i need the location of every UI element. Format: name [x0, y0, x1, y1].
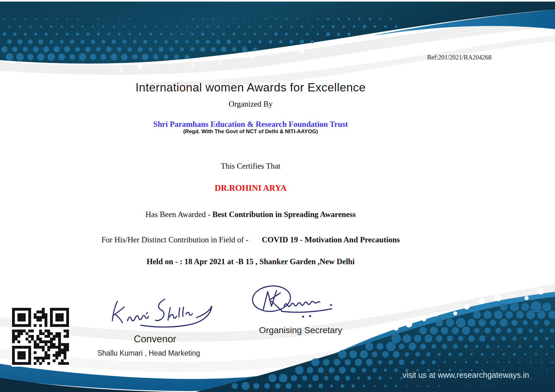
- certificate-page: Ref:201/2021/RA204268 International wome…: [0, 0, 555, 392]
- convenor-detail-block: Shallu Kumari , Head Marketing: [89, 349, 209, 358]
- recipient-name: DR.ROHINI ARYA: [0, 183, 501, 193]
- field-prefix: For His/Her Distinct Contribution in Fie…: [101, 235, 250, 244]
- event-details-line: Held on - : 18 Apr 2021 at -B 15 , Shank…: [0, 257, 501, 266]
- signature-secretary: [250, 284, 354, 320]
- award-line: Has Been Awarded - Best Contribution in …: [0, 210, 501, 219]
- secretary-block: Organising Secretary: [240, 325, 361, 335]
- certificate-title: International women Awards for Excellenc…: [0, 81, 501, 94]
- convenor-block: Convenor: [95, 334, 215, 345]
- event-details: Held on - : 18 Apr 2021 at -B 15 , Shank…: [147, 257, 354, 266]
- field-line: For His/Her Distinct Contribution in Fie…: [0, 235, 501, 244]
- ref-number: Ref:201/2021/RA204268: [427, 54, 491, 61]
- award-title: Best Contribution in Spreading Awareness: [212, 210, 356, 219]
- organization-registration: (Regd. With The Govt of NCT of Delhi & N…: [0, 128, 501, 134]
- qr-code: [11, 307, 70, 367]
- certifies-label: This Certifies That: [0, 162, 501, 171]
- qr-code-image: [12, 308, 69, 365]
- convenor-role: Convenor: [95, 334, 215, 345]
- organized-by-label: Organized By: [0, 100, 501, 109]
- convenor-detail: Shallu Kumari , Head Marketing: [89, 349, 209, 358]
- award-prefix: Has Been Awarded -: [146, 210, 213, 219]
- field-value: COVID 19 - Motivation And Precautions: [262, 235, 400, 244]
- signature-convenor: [103, 294, 220, 332]
- footer-url: visit us at www.researchgateways.in: [402, 370, 529, 379]
- secretary-role: Organising Secretary: [240, 325, 361, 335]
- organization-name: Shri Paramhans Education & Research Foun…: [0, 120, 501, 129]
